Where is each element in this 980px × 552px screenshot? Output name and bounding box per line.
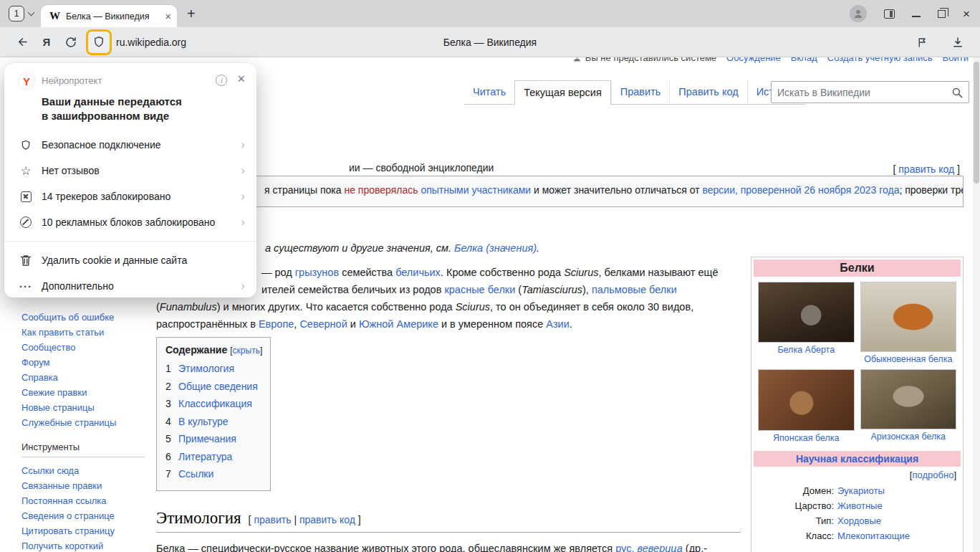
class-link[interactable]: Млекопитающие bbox=[837, 528, 958, 543]
bookmark-button[interactable] bbox=[910, 30, 934, 54]
sidebar-link-help[interactable]: Справка bbox=[21, 372, 58, 383]
phylum-link[interactable]: Хордовые bbox=[837, 513, 958, 528]
yandex-button[interactable]: Я bbox=[34, 30, 59, 54]
new-tab-button[interactable]: + bbox=[187, 6, 196, 21]
japanese-squirrel-image[interactable] bbox=[758, 369, 855, 431]
sidebar-link-community[interactable]: Сообщество bbox=[21, 342, 76, 353]
domain-link[interactable]: Эукариоты bbox=[837, 483, 958, 498]
abert-squirrel-image[interactable] bbox=[758, 282, 855, 343]
toc-link-general[interactable]: Общие сведения bbox=[178, 381, 258, 392]
image-caption-link[interactable]: Аризонская белка bbox=[871, 432, 946, 442]
red-squirrel-image[interactable] bbox=[860, 282, 957, 352]
refresh-button[interactable] bbox=[59, 30, 83, 54]
asia-link[interactable]: Азии bbox=[546, 318, 570, 330]
europe-link[interactable]: Европе bbox=[259, 318, 294, 330]
wikipedia-search-box[interactable] bbox=[771, 81, 969, 103]
sidebar-link-cite-page[interactable]: Цитировать страницу bbox=[21, 525, 115, 536]
sidebar-link-what-links-here[interactable]: Ссылки сюда bbox=[21, 465, 79, 476]
tab-close-icon[interactable]: × bbox=[165, 10, 171, 22]
taxonomy-rows: Домен:Эукариоты Царство:Животные Тип:Хор… bbox=[754, 482, 961, 545]
popup-item-ads-blocked[interactable]: 10 рекламных блоков заблокировано › bbox=[4, 209, 256, 235]
sidebar-link-report-error[interactable]: Сообщить об ошибке bbox=[21, 312, 114, 323]
sidebar-link-related-changes[interactable]: Связанные правки bbox=[21, 480, 102, 491]
popup-close-icon[interactable]: × bbox=[237, 72, 245, 85]
link-contributions[interactable]: Вклад bbox=[791, 57, 817, 63]
sciuridae-link[interactable]: беличьих bbox=[395, 267, 441, 278]
sidebar-link-page-info[interactable]: Сведения о странице bbox=[21, 510, 115, 521]
toc-number: 5 bbox=[165, 430, 174, 448]
profile-avatar[interactable] bbox=[850, 5, 867, 22]
popup-item-secure-connection[interactable]: Безопасное подключение › bbox=[4, 132, 256, 158]
classification-link[interactable]: Научная классификация bbox=[796, 453, 918, 465]
taxobox-image-cell: Японская белка bbox=[758, 369, 855, 448]
toc-link-literature[interactable]: Литература bbox=[178, 451, 232, 462]
browser-tab[interactable]: W Белка — Википедия × bbox=[41, 5, 177, 27]
edit-code-link[interactable]: править код bbox=[898, 163, 954, 175]
popup-item-more[interactable]: ··· Дополнительно › bbox=[4, 273, 256, 299]
tab-edit[interactable]: Править bbox=[611, 80, 670, 104]
palm-squirrels-link[interactable]: пальмовые белки bbox=[592, 284, 677, 295]
reviewers-link[interactable]: опытными участниками bbox=[421, 184, 531, 196]
popup-item-reviews[interactable]: ☆ Нет отзывов › bbox=[4, 158, 256, 184]
sidebar-link-permanent-link[interactable]: Постоянная ссылка bbox=[21, 495, 107, 506]
link-login[interactable]: Войти bbox=[943, 57, 969, 63]
search-input[interactable] bbox=[777, 87, 947, 98]
chevron-right-icon: › bbox=[241, 215, 245, 229]
toc-link-notes[interactable]: Примечания bbox=[178, 433, 236, 444]
text: , то он объединяет в себя около 30 видов… bbox=[490, 301, 693, 313]
image-caption-link[interactable]: Белка Аберта bbox=[777, 345, 835, 355]
toc-link-classification[interactable]: Классификация bbox=[178, 398, 252, 409]
sidebar-link-forum[interactable]: Форум bbox=[21, 357, 50, 368]
image-caption-link[interactable]: Японская белка bbox=[773, 433, 839, 443]
search-icon[interactable] bbox=[951, 86, 964, 102]
disambiguation-link[interactable]: Белка (значения) bbox=[454, 242, 537, 254]
edit-section-code-link[interactable]: править код bbox=[299, 514, 355, 525]
popup-item-clear-cookies[interactable]: Удалить cookie и данные сайта bbox=[4, 247, 256, 273]
south-america-link[interactable]: Южной Америке bbox=[359, 318, 438, 330]
text: (др.- bbox=[683, 543, 707, 552]
text: и bbox=[347, 318, 359, 330]
image-caption-link[interactable]: Обыкновенная белка bbox=[864, 354, 952, 364]
rodents-link[interactable]: грызунов bbox=[295, 267, 339, 278]
reviewed-version-link[interactable]: версии, проверенной 26 ноября 2023 года bbox=[702, 184, 899, 196]
kingdom-link[interactable]: Животные bbox=[837, 498, 958, 513]
back-button[interactable] bbox=[10, 30, 34, 54]
protect-highlight-box[interactable] bbox=[86, 29, 112, 55]
sidebar-link-new-pages[interactable]: Новые страницы bbox=[21, 402, 95, 413]
tab-current-version[interactable]: Текущая версия bbox=[514, 80, 611, 105]
minimize-button[interactable] bbox=[912, 16, 921, 17]
veveritsa-link[interactable]: веверица bbox=[638, 543, 683, 552]
arizona-squirrel-image[interactable] bbox=[860, 369, 957, 429]
toc-link-culture[interactable]: В культуре bbox=[178, 416, 229, 427]
edit-section-link[interactable]: править bbox=[254, 514, 291, 525]
north-america-link[interactable]: Северной bbox=[299, 318, 347, 330]
section-heading-etymology: Этимология[ править | править код ] bbox=[156, 509, 741, 533]
link-discussion[interactable]: Обсуждение bbox=[726, 57, 781, 63]
maximize-button[interactable] bbox=[938, 10, 946, 18]
side-panel-icon[interactable] bbox=[884, 9, 895, 19]
url-text[interactable]: ru.wikipedia.org bbox=[116, 37, 186, 48]
popup-item-label: Дополнительно bbox=[42, 280, 114, 292]
sidebar-link-how-to-edit[interactable]: Как править статьи bbox=[21, 327, 104, 338]
download-button[interactable] bbox=[946, 30, 970, 54]
close-window-button[interactable]: × bbox=[963, 8, 970, 20]
sidebar-link-recent-changes[interactable]: Свежие правки bbox=[21, 387, 87, 398]
scrollbar-thumb[interactable] bbox=[974, 62, 979, 184]
toc-link-etymology[interactable]: Этимология bbox=[178, 363, 234, 374]
toc-link-links[interactable]: Ссылки bbox=[178, 468, 213, 480]
russian-language-link[interactable]: рус. bbox=[615, 543, 634, 552]
info-icon[interactable]: i bbox=[216, 75, 227, 86]
tab-group-button[interactable]: 1 bbox=[9, 6, 34, 22]
sidebar-link-special-pages[interactable]: Служебные страницы bbox=[21, 417, 116, 428]
red-squirrels-link[interactable]: красные белки bbox=[444, 284, 515, 295]
scrollbar-track[interactable] bbox=[973, 57, 980, 552]
link-create-account[interactable]: Создать учетную запись bbox=[827, 57, 933, 63]
tab-edit-code[interactable]: Править код bbox=[669, 80, 746, 104]
unreviewed-link[interactable]: не проверялась bbox=[344, 184, 418, 196]
banner-text: и может значительно отличаться от bbox=[531, 184, 702, 196]
tab-read[interactable]: Читать bbox=[464, 80, 514, 104]
toc-hide-link[interactable]: скрыть bbox=[233, 346, 260, 356]
popup-item-trackers-blocked[interactable]: 14 трекеров заблокировано › bbox=[4, 184, 256, 209]
details-link[interactable]: подробно bbox=[912, 470, 953, 480]
sidebar-link-short-url[interactable]: Получить короткий bbox=[21, 541, 103, 551]
